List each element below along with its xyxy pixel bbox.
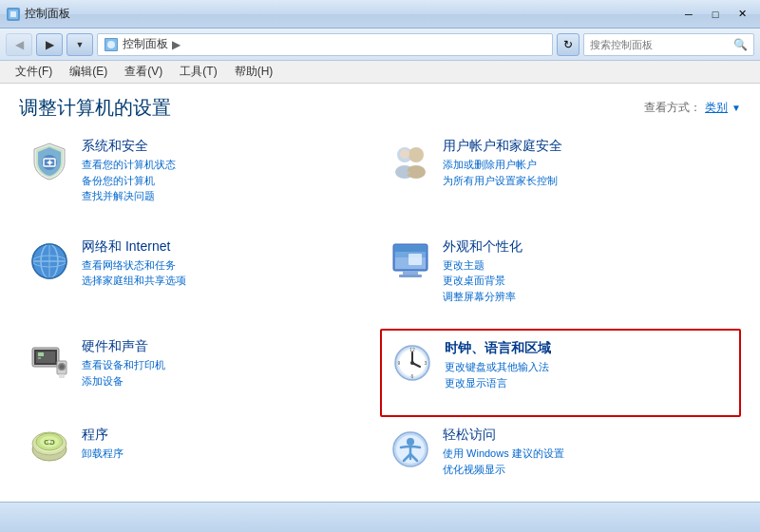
forward-button[interactable]: ▶	[36, 33, 63, 56]
menu-bar: 文件(F) 编辑(E) 查看(V) 工具(T) 帮助(H)	[0, 61, 760, 84]
search-bar: 🔍	[583, 33, 754, 56]
svg-text:6: 6	[411, 373, 414, 379]
svg-rect-33	[38, 357, 41, 359]
main-content: 调整计算机的设置 查看方式： 类别 ▼ ✦ 系统和安全 查看您的计算	[0, 84, 760, 502]
maximize-button[interactable]: □	[703, 5, 728, 24]
svg-point-5	[107, 41, 115, 48]
svg-rect-32	[38, 352, 44, 356]
svg-point-14	[411, 149, 421, 159]
programs-text: 程序 卸载程序	[82, 427, 372, 462]
category-system-security[interactable]: ✦ 系统和安全 查看您的计算机状态 备份您的计算机 查找并解决问题	[19, 128, 380, 229]
svg-point-36	[60, 365, 65, 370]
window-icon	[6, 7, 21, 22]
network-link-0[interactable]: 查看网络状态和任务	[82, 257, 372, 274]
programs-title[interactable]: 程序	[82, 427, 372, 444]
svg-text:12: 12	[409, 347, 415, 352]
svg-rect-23	[395, 246, 426, 252]
accessibility-link-0[interactable]: 使用 Windows 建议的设置	[443, 446, 733, 462]
menu-help[interactable]: 帮助(H)	[227, 62, 281, 82]
network-icon	[27, 238, 72, 284]
svg-point-43	[410, 361, 414, 365]
page-title: 调整计算机的设置	[19, 95, 171, 121]
menu-edit[interactable]: 编辑(E)	[62, 62, 115, 82]
clock-link-0[interactable]: 更改键盘或其他输入法	[445, 359, 732, 375]
user-link-0[interactable]: 添加或删除用户帐户	[443, 157, 733, 173]
network-title[interactable]: 网络和 Internet	[82, 238, 372, 256]
close-button[interactable]: ✕	[730, 5, 754, 24]
accessibility-link-1[interactable]: 优化视频显示	[443, 462, 733, 478]
breadcrumb-bar: 控制面板 ▶	[97, 33, 553, 56]
appearance-icon	[388, 238, 433, 284]
clock-icon: 12 3 6 9	[390, 340, 435, 386]
clock-link-1[interactable]: 更改显示语言	[445, 375, 732, 391]
svg-rect-37	[59, 374, 65, 378]
view-selector: 查看方式： 类别 ▼	[644, 100, 741, 116]
svg-text:9: 9	[398, 360, 401, 366]
svg-text:3: 3	[425, 360, 428, 366]
title-bar-left: 控制面板	[6, 6, 70, 22]
categories-grid: ✦ 系统和安全 查看您的计算机状态 备份您的计算机 查找并解决问题	[0, 128, 760, 502]
svg-rect-26	[403, 271, 418, 275]
system-link-0[interactable]: 查看您的计算机状态	[82, 157, 372, 173]
user-accounts-icon	[388, 138, 433, 183]
status-bar	[0, 502, 760, 532]
system-security-icon: ✦	[27, 138, 72, 183]
back-button[interactable]: ◀	[6, 33, 32, 56]
category-network[interactable]: 网络和 Internet 查看网络状态和任务 选择家庭组和共享选项	[19, 229, 380, 330]
appearance-link-0[interactable]: 更改主题	[443, 257, 733, 274]
view-value[interactable]: 类别	[705, 100, 728, 116]
accessibility-title[interactable]: 轻松访问	[443, 427, 733, 444]
title-text: 控制面板	[25, 6, 70, 22]
user-accounts-title[interactable]: 用户帐户和家庭安全	[443, 138, 733, 155]
appearance-link-2[interactable]: 调整屏幕分辨率	[443, 289, 733, 305]
view-dropdown-icon[interactable]: ▼	[732, 103, 741, 113]
menu-view[interactable]: 查看(V)	[117, 62, 170, 82]
view-label: 查看方式：	[644, 100, 701, 116]
user-accounts-text: 用户帐户和家庭安全 添加或删除用户帐户 为所有用户设置家长控制	[443, 138, 733, 188]
search-input[interactable]	[590, 39, 733, 50]
programs-link-0[interactable]: 卸载程序	[82, 446, 372, 462]
svg-rect-28	[408, 254, 422, 265]
svg-point-57	[407, 438, 414, 446]
svg-rect-27	[399, 275, 422, 277]
breadcrumb-arrow: ▶	[172, 38, 180, 51]
title-controls: ─ □ ✕	[676, 5, 754, 24]
category-clock-region[interactable]: 12 3 6 9 时钟、语言和区域 更改键盘或其他输入法 更改显示语言	[380, 329, 741, 417]
menu-file[interactable]: 文件(F)	[8, 62, 60, 82]
category-accessibility[interactable]: 轻松访问 使用 Windows 建议的设置 优化视频显示	[380, 417, 741, 502]
network-text: 网络和 Internet 查看网络状态和任务 选择家庭组和共享选项	[82, 238, 372, 289]
system-security-title[interactable]: 系统和安全	[82, 138, 372, 155]
programs-icon: CD	[27, 427, 72, 472]
category-programs[interactable]: CD 程序 卸载程序	[19, 417, 380, 502]
system-security-text: 系统和安全 查看您的计算机状态 备份您的计算机 查找并解决问题	[82, 138, 372, 204]
search-icon[interactable]: 🔍	[733, 38, 748, 51]
breadcrumb-path: 控制面板	[123, 36, 168, 52]
address-bar: ◀ ▶ ▼ 控制面板 ▶ ↻ 🔍	[0, 28, 760, 61]
category-appearance[interactable]: 外观和个性化 更改主题 更改桌面背景 调整屏幕分辨率	[380, 229, 741, 330]
appearance-text: 外观和个性化 更改主题 更改桌面背景 调整屏幕分辨率	[443, 238, 733, 305]
menu-tools[interactable]: 工具(T)	[172, 62, 224, 82]
network-link-1[interactable]: 选择家庭组和共享选项	[82, 273, 372, 289]
content-header: 调整计算机的设置 查看方式： 类别 ▼	[0, 84, 760, 128]
appearance-link-1[interactable]: 更改桌面背景	[443, 273, 733, 289]
control-panel-icon	[104, 37, 119, 52]
refresh-button[interactable]: ↻	[557, 33, 580, 56]
accessibility-icon	[388, 427, 433, 472]
hardware-icon	[27, 338, 72, 384]
category-hardware[interactable]: 硬件和声音 查看设备和打印机 添加设备	[19, 329, 380, 417]
clock-region-text: 时钟、语言和区域 更改键盘或其他输入法 更改显示语言	[445, 340, 732, 390]
accessibility-text: 轻松访问 使用 Windows 建议的设置 优化视频显示	[443, 427, 733, 477]
clock-region-title[interactable]: 时钟、语言和区域	[445, 340, 732, 357]
appearance-title[interactable]: 外观和个性化	[443, 238, 733, 256]
hardware-text: 硬件和声音 查看设备和打印机 添加设备	[82, 338, 372, 389]
hardware-link-1[interactable]: 添加设备	[82, 373, 372, 390]
system-link-2[interactable]: 查找并解决问题	[82, 188, 372, 204]
hardware-link-0[interactable]: 查看设备和打印机	[82, 357, 372, 373]
minimize-button[interactable]: ─	[676, 5, 701, 24]
dropdown-button[interactable]: ▼	[66, 33, 93, 56]
svg-rect-2	[10, 11, 16, 17]
category-user-accounts[interactable]: 用户帐户和家庭安全 添加或删除用户帐户 为所有用户设置家长控制	[380, 128, 741, 229]
system-link-1[interactable]: 备份您的计算机	[82, 173, 372, 189]
user-link-1[interactable]: 为所有用户设置家长控制	[443, 173, 733, 189]
hardware-title[interactable]: 硬件和声音	[82, 338, 372, 355]
